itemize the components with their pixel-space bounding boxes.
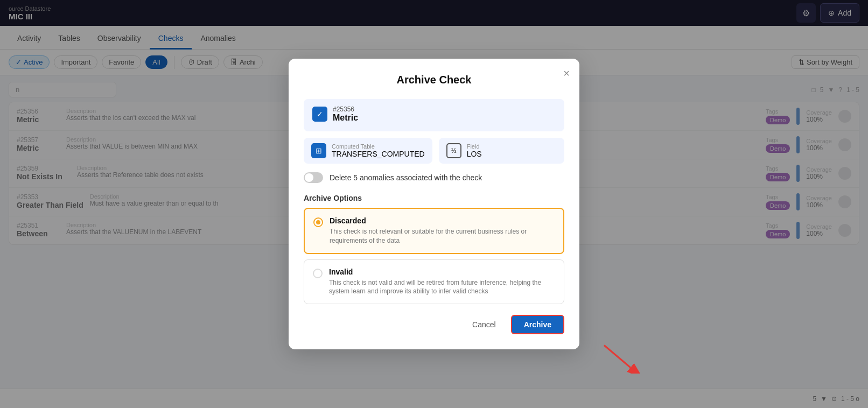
arrow-annotation <box>599 341 642 376</box>
modal-close-button[interactable]: × <box>563 67 570 80</box>
option-discarded-title: Discarded <box>330 216 555 225</box>
cancel-button[interactable]: Cancel <box>464 316 505 333</box>
radio-invalid <box>313 269 323 278</box>
option-invalid-desc: This check is not valid and will be reti… <box>329 278 555 297</box>
delete-anomalies-row: Delete 5 anomalies associated with the c… <box>304 170 564 185</box>
option-invalid-title: Invalid <box>329 268 555 276</box>
check-sq-icon: ✓ <box>312 107 327 122</box>
archive-button[interactable]: Archive <box>511 315 564 334</box>
radio-dot <box>316 220 320 224</box>
delete-anomalies-toggle[interactable] <box>304 172 323 183</box>
check-card: ✓ #25356 Metric <box>304 99 564 131</box>
archive-check-modal: × Archive Check ✓ #25356 Metric ⊞ Comput… <box>289 59 579 349</box>
modal-footer: Cancel Archive <box>304 315 564 334</box>
field-label: Field <box>467 143 482 150</box>
field-field: ½ Field LOS <box>439 138 564 164</box>
modal-check-id: #25356 <box>333 105 358 113</box>
option-invalid[interactable]: Invalid This check is not valid and will… <box>304 259 564 305</box>
check-detail-row: ⊞ Computed Table TRANSFERS_COMPUTED ½ Fi… <box>304 138 564 164</box>
modal-title: Archive Check <box>304 74 564 86</box>
modal-check-name: Metric <box>333 113 358 123</box>
field-value: LOS <box>467 150 482 158</box>
option-discarded-desc: This check is not relevant or suitable f… <box>330 227 555 245</box>
modal-overlay: × Archive Check ✓ #25356 Metric ⊞ Comput… <box>0 0 868 408</box>
computed-table-field: ⊞ Computed Table TRANSFERS_COMPUTED <box>304 138 432 164</box>
option-invalid-content: Invalid This check is not valid and will… <box>329 268 555 297</box>
field-icon: ½ <box>446 143 461 158</box>
computed-table-label: Computed Table <box>332 143 425 150</box>
toggle-knob <box>305 173 313 182</box>
option-discarded-content: Discarded This check is not relevant or … <box>330 216 555 245</box>
svg-line-1 <box>604 346 631 368</box>
option-discarded[interactable]: Discarded This check is not relevant or … <box>304 208 564 254</box>
radio-discarded <box>313 217 323 227</box>
archive-options-label: Archive Options <box>304 194 564 202</box>
toggle-label: Delete 5 anomalies associated with the c… <box>330 173 482 182</box>
table-icon: ⊞ <box>311 143 326 158</box>
computed-table-value: TRANSFERS_COMPUTED <box>332 150 425 158</box>
